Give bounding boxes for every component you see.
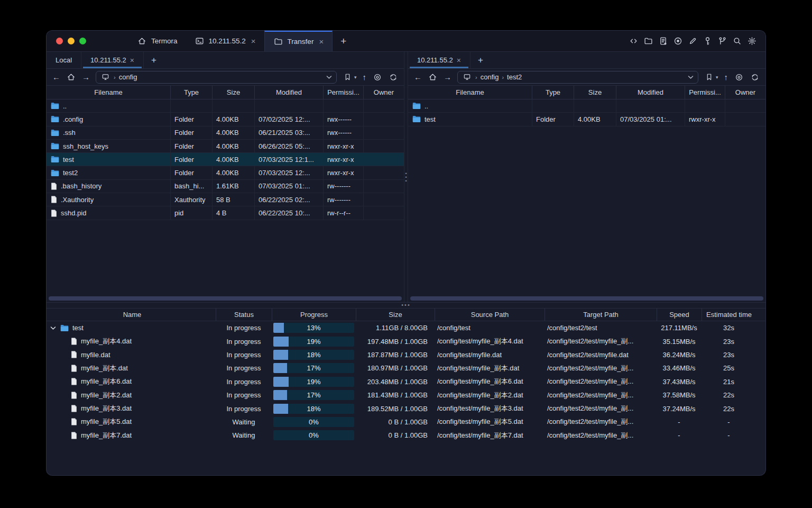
code-icon[interactable] bbox=[629, 36, 639, 46]
minimize-window-button[interactable] bbox=[68, 38, 75, 44]
path-segment[interactable]: config bbox=[119, 73, 137, 81]
transfer-column-header-size[interactable]: Size bbox=[356, 309, 435, 321]
titlebar-tab-termora[interactable]: Termora bbox=[128, 31, 186, 51]
horizontal-scrollbar[interactable] bbox=[410, 296, 763, 301]
column-header-owner[interactable]: Owner bbox=[363, 86, 404, 99]
search-icon[interactable] bbox=[732, 36, 742, 46]
expand-chevron-icon[interactable] bbox=[50, 326, 57, 330]
horizontal-scrollbar[interactable] bbox=[49, 296, 402, 301]
transfer-row[interactable]: myfile_副本4.datIn progress19%197.48MB / 1… bbox=[49, 334, 765, 348]
close-icon[interactable]: × bbox=[319, 37, 324, 46]
transfer-column-header-name[interactable]: Name bbox=[49, 309, 216, 321]
key-icon[interactable] bbox=[703, 36, 713, 46]
path-segment[interactable]: test2 bbox=[507, 73, 522, 81]
filename: .. bbox=[63, 102, 67, 110]
column-header-size[interactable]: Size bbox=[212, 86, 254, 99]
column-header-modified[interactable]: Modified bbox=[616, 86, 685, 99]
settings-icon[interactable] bbox=[747, 36, 757, 46]
transfer-column-header-target-path[interactable]: Target Path bbox=[545, 309, 657, 321]
branch-icon[interactable] bbox=[717, 36, 727, 46]
file-row[interactable]: .sshFolder4.00KB06/21/2025 03:...rwx----… bbox=[47, 126, 404, 140]
file-owner-cell bbox=[363, 126, 404, 139]
file-row[interactable]: test2Folder4.00KB07/03/2025 12:...rwxr-x… bbox=[47, 166, 404, 179]
show-hidden-files-button[interactable] bbox=[734, 72, 744, 82]
transfer-row[interactable]: testIn progress13%1.11GB / 8.00GB/config… bbox=[49, 321, 765, 334]
forward-button[interactable]: → bbox=[82, 73, 90, 81]
file-owner-cell bbox=[363, 180, 404, 193]
transfer-column-header-progress[interactable]: Progress bbox=[272, 309, 356, 321]
titlebar-tab-transfer[interactable]: Transfer× bbox=[264, 31, 333, 51]
path-dropdown-icon[interactable] bbox=[326, 75, 332, 79]
column-header-filename[interactable]: Filename bbox=[47, 86, 170, 99]
pane-tab-local[interactable]: Local bbox=[47, 52, 81, 68]
transfer-column-header-estimated-time[interactable]: Estimated time bbox=[702, 309, 756, 321]
path-segment[interactable]: config bbox=[481, 73, 499, 81]
file-row[interactable]: .configFolder4.00KB07/02/2025 12:...rwx-… bbox=[47, 113, 404, 126]
transfer-row[interactable]: myfile_副本3.datIn progress18%189.52MB / 1… bbox=[49, 402, 765, 415]
bookmark-button[interactable]: ▾ bbox=[343, 72, 357, 82]
column-header-type[interactable]: Type bbox=[170, 86, 212, 99]
folder-icon[interactable] bbox=[643, 36, 653, 46]
file-row[interactable]: .. bbox=[47, 99, 404, 113]
file-row[interactable]: .. bbox=[408, 99, 765, 113]
progress-bar: 13% bbox=[273, 323, 354, 333]
path-input[interactable]: ›config›test2 bbox=[457, 71, 698, 84]
transfer-filename: myfile_副本7.dat bbox=[81, 431, 132, 440]
forward-button[interactable]: → bbox=[444, 73, 451, 81]
close-icon[interactable]: × bbox=[457, 56, 461, 65]
close-icon[interactable]: × bbox=[251, 37, 256, 46]
transfer-row[interactable]: myfile_副本7.datWaiting0%0 B / 1.00GB/conf… bbox=[49, 429, 765, 442]
refresh-button[interactable] bbox=[388, 72, 398, 82]
refresh-button[interactable] bbox=[750, 72, 760, 82]
transfer-row[interactable]: myfile_副本2.datIn progress17%181.43MB / 1… bbox=[49, 388, 765, 402]
new-tab-button[interactable]: + bbox=[333, 31, 354, 51]
column-header-type[interactable]: Type bbox=[532, 86, 574, 99]
transfer-column-header-speed[interactable]: Speed bbox=[657, 309, 702, 321]
edit-icon[interactable] bbox=[688, 36, 698, 46]
transfer-column-header-source-path[interactable]: Source Path bbox=[435, 309, 545, 321]
file-row[interactable]: .XauthorityXauthority58 B06/22/2025 02:.… bbox=[47, 193, 404, 206]
home-icon[interactable] bbox=[428, 72, 438, 82]
new-pane-tab-button[interactable]: + bbox=[144, 52, 164, 68]
transfer-row[interactable]: myfile.datIn progress18%187.87MB / 1.00G… bbox=[49, 348, 765, 361]
file-row[interactable]: testFolder4.00KB07/03/2025 12:1...rwxr-x… bbox=[47, 153, 404, 166]
file-row[interactable]: ssh_host_keysFolder4.00KB06/26/2025 05:.… bbox=[47, 140, 404, 153]
up-directory-button[interactable]: ↑ bbox=[724, 73, 728, 81]
close-window-button[interactable] bbox=[56, 38, 63, 44]
transfer-column-header-status[interactable]: Status bbox=[216, 309, 272, 321]
vertical-splitter[interactable]: ••• bbox=[404, 52, 408, 302]
file-row[interactable]: testFolder4.00KB07/03/2025 01:...rwxr-xr… bbox=[408, 113, 765, 126]
folder-icon bbox=[51, 102, 59, 110]
bookmark-button[interactable]: ▾ bbox=[704, 72, 718, 82]
record-icon[interactable] bbox=[673, 36, 683, 46]
log-icon[interactable] bbox=[658, 36, 668, 46]
path-dropdown-icon[interactable] bbox=[688, 75, 694, 79]
up-directory-button[interactable]: ↑ bbox=[363, 73, 367, 81]
home-icon[interactable] bbox=[66, 72, 76, 82]
transfer-row[interactable]: myfile_副本5.datWaiting0%0 B / 1.00GB/conf… bbox=[49, 415, 765, 429]
back-button[interactable]: ← bbox=[414, 73, 422, 81]
back-button[interactable]: ← bbox=[52, 73, 60, 81]
show-hidden-files-button[interactable] bbox=[372, 72, 382, 82]
file-row[interactable]: .bash_historybash_hi...1.61KB07/03/2025 … bbox=[47, 180, 404, 193]
path-separator-icon: › bbox=[502, 74, 504, 80]
path-input[interactable]: ›config bbox=[96, 71, 337, 84]
close-icon[interactable]: × bbox=[130, 56, 134, 65]
file-row[interactable]: sshd.pidpid4 B06/22/2025 10:...rw-r--r-- bbox=[47, 206, 404, 220]
pane-tab-10-211-55-2[interactable]: 10.211.55.2× bbox=[81, 52, 144, 68]
pane-tab-10-211-55-2[interactable]: 10.211.55.2× bbox=[408, 52, 470, 68]
new-pane-tab-button[interactable]: + bbox=[470, 52, 491, 68]
maximize-window-button[interactable] bbox=[79, 38, 86, 44]
transfer-row[interactable]: myfile_副本6.datIn progress19%203.48MB / 1… bbox=[49, 375, 765, 388]
column-header-permissi[interactable]: Permissi... bbox=[323, 86, 363, 99]
column-header-modified[interactable]: Modified bbox=[254, 86, 323, 99]
transfer-row[interactable]: myfile_副本.datIn progress17%180.97MB / 1.… bbox=[49, 361, 765, 375]
column-header-size[interactable]: Size bbox=[574, 86, 616, 99]
column-header-permissi[interactable]: Permissi... bbox=[685, 86, 725, 99]
column-header-filename[interactable]: Filename bbox=[408, 86, 532, 99]
titlebar-tab-10-211-55-2[interactable]: 10.211.55.2× bbox=[186, 31, 264, 51]
column-header-owner[interactable]: Owner bbox=[725, 86, 765, 99]
filename-cell: ssh_host_keys bbox=[47, 140, 170, 152]
horizontal-splitter[interactable]: ••• bbox=[47, 303, 765, 308]
app-window: Termora10.211.55.2×Transfer×+ Local10.21… bbox=[47, 31, 765, 475]
